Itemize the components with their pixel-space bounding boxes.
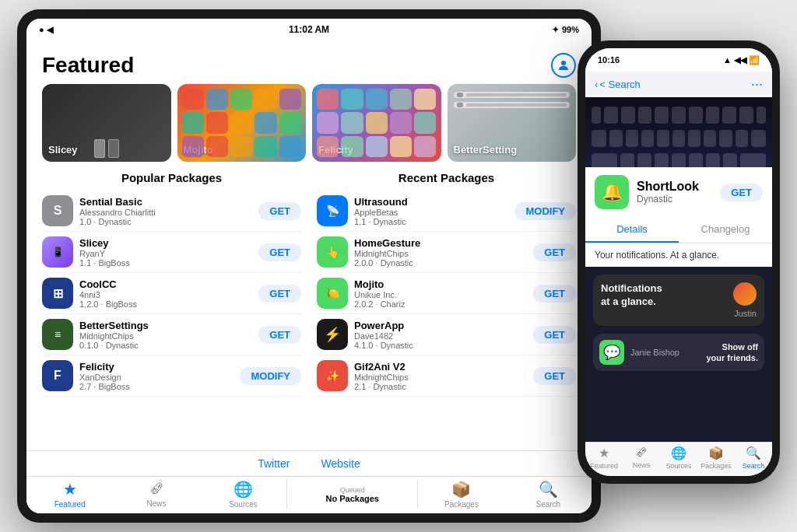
table-row: 👆 HomeGesture MidnightChips 2.0.0 · Dyna…	[317, 232, 576, 273]
notification-preview: Notificationsat a glance. Justin 💬 Janie…	[585, 267, 772, 442]
pkg-name: Slicey	[79, 237, 252, 249]
pkg-author: Alessandro Chiarlitti	[79, 208, 252, 217]
pkg-author: MidnightChips	[354, 373, 527, 382]
package-author: Dynastic	[637, 194, 712, 205]
banner-carousel: Slicey	[26, 84, 592, 171]
pkg-version: 2.1 · Dynastic	[354, 382, 527, 391]
pkg-info: BetterSettings MidnightChips 0.1.0 · Dyn…	[79, 320, 252, 350]
messages-icon: 💬	[599, 340, 624, 365]
featured-header: Featured	[26, 40, 592, 84]
table-row: ≡ BetterSettings MidnightChips 0.1.0 · D…	[42, 314, 301, 355]
ipad-tab-bar: ★ Featured 🗞 News 🌐 Sources Queued No Pa…	[26, 476, 592, 513]
pkg-author: Dave1482	[354, 331, 527, 341]
table-row: ⚡ PowerApp Dave1482 4.1.0 · Dynastic GET	[317, 314, 576, 355]
pkg-name: CoolCC	[79, 278, 252, 290]
ipad-status-bar: ● ◀ 11:02 AM ✦ 99%	[26, 19, 592, 40]
more-button[interactable]: ···	[751, 76, 763, 93]
iphone-device: 10:16 ▲ ◀◀ 📶 ‹ < Search ···	[578, 40, 780, 484]
pkg-info: HomeGesture MidnightChips 2.0.0 · Dynast…	[354, 237, 527, 268]
iphone-tab-search[interactable]: 🔍 Search	[735, 446, 772, 470]
pkg-icon-bettersettings: ≡	[42, 319, 73, 350]
pkg-icon-felicity: F	[42, 360, 73, 391]
tab-search[interactable]: 🔍 Search	[505, 480, 592, 509]
banner-slicey[interactable]: Slicey	[42, 84, 171, 162]
package-detail-info: ShortLook Dynastic	[637, 180, 712, 205]
get-button-powerapp[interactable]: GET	[533, 326, 576, 344]
twitter-link[interactable]: Twitter	[258, 457, 290, 470]
iphone-tab-news-label: News	[633, 461, 651, 469]
battery-text: 99%	[562, 25, 579, 34]
iphone-hero-image	[585, 97, 772, 167]
tab-news[interactable]: 🗞 News	[113, 480, 199, 509]
pkg-name: HomeGesture	[354, 237, 527, 249]
pkg-version: 2.0.0 · Dynastic	[354, 258, 527, 268]
iphone-tab-bar: ★ Featured 🗞 News 🌐 Sources 📦 Packages 🔍	[585, 442, 772, 476]
pkg-info: Mojito Unikue Inc. 2.0.2 · Chariz	[354, 278, 527, 309]
tab-packages-label: Packages	[444, 500, 479, 509]
modify-button-felicity[interactable]: MODIFY	[240, 367, 301, 385]
tab-news-label: News	[147, 499, 167, 508]
iphone-sources-icon: 🌐	[671, 446, 686, 460]
tab-featured[interactable]: ★ Featured	[26, 480, 113, 509]
popular-packages-title: Popular Packages	[42, 171, 301, 184]
tab-search-label: Search	[535, 500, 560, 509]
get-button-homegesture[interactable]: GET	[533, 243, 576, 261]
queued-section: Queued No Packages	[286, 480, 418, 509]
banner-felicity[interactable]: Felicity	[312, 84, 441, 162]
table-row: 🍋 Mojito Unikue Inc. 2.0.2 · Chariz GET	[317, 273, 576, 314]
news-icon: 🗞	[149, 480, 164, 498]
recent-packages-col: Recent Packages 📡 Ultrasound AppleBetas …	[317, 171, 576, 450]
table-row: F Felicity XanDesign 2.7 · BigBoss MODIF…	[42, 355, 301, 397]
get-button-slicey[interactable]: GET	[258, 243, 301, 261]
banner-mojito[interactable]: Mojito	[177, 84, 307, 162]
get-button-mojito[interactable]: GET	[533, 285, 576, 303]
iphone-tab-packages-label: Packages	[700, 462, 732, 470]
account-button[interactable]	[551, 53, 576, 78]
notif-card-2: 💬 Janie Bishop Show offyour friends.	[593, 334, 764, 371]
pkg-icon-coolcc: ⊞	[42, 278, 73, 309]
table-row: ⊞ CoolCC 4nni3 1.2.0 · BigBoss GET	[42, 273, 301, 314]
table-row: 📡 Ultrasound AppleBetas 1.1 · Dynastic M…	[317, 191, 576, 232]
iphone-tab-sources-label: Sources	[665, 462, 691, 470]
ipad-status-left: ● ◀	[39, 25, 53, 35]
notif-card-1: Notificationsat a glance. Justin	[593, 275, 764, 326]
get-button-sential[interactable]: GET	[258, 202, 301, 220]
avatar	[733, 282, 757, 306]
pkg-version: 2.0.2 · Chariz	[354, 299, 527, 309]
tab-sources[interactable]: 🌐 Sources	[200, 480, 286, 509]
iphone-tab-sources[interactable]: 🌐 Sources	[660, 446, 697, 470]
pkg-author: Unikue Inc.	[354, 290, 527, 299]
main-scene: ● ◀ 11:02 AM ✦ 99% Featured	[17, 9, 780, 523]
get-button-gif2ani[interactable]: GET	[533, 367, 576, 385]
pkg-icon-slicey: 📱	[42, 236, 73, 268]
pkg-info: PowerApp Dave1482 4.1.0 · Dynastic	[354, 320, 527, 350]
notif-card-2-text: Show offyour friends.	[706, 341, 758, 364]
get-button-coolcc[interactable]: GET	[258, 285, 301, 303]
bottom-links: Twitter Website	[26, 450, 592, 476]
ipad-device: ● ◀ 11:02 AM ✦ 99% Featured	[17, 9, 601, 523]
pkg-version: 1.1 · Dynastic	[354, 217, 508, 226]
website-link[interactable]: Website	[321, 457, 360, 470]
pkg-version: 1.2.0 · BigBoss	[79, 299, 252, 309]
get-button-shortlook[interactable]: GET	[720, 184, 763, 201]
tab-changelog[interactable]: Changelog	[679, 217, 772, 243]
pkg-version: 4.1.0 · Dynastic	[354, 341, 527, 350]
back-button[interactable]: ‹ < Search	[595, 79, 641, 90]
iphone-status-right: ▲ ◀◀ 📶	[723, 55, 760, 65]
banner-bettersettings[interactable]: BetterSetting	[448, 84, 577, 162]
pkg-info: Slicey RyanY 1.1 · BigBoss	[79, 237, 252, 268]
pkg-version: 1.1 · BigBoss	[79, 258, 252, 268]
get-button-bettersettings[interactable]: GET	[258, 326, 301, 344]
iphone-tab-search-label: Search	[743, 462, 765, 470]
tab-featured-label: Featured	[54, 500, 86, 509]
pkg-icon-mojito: 🍋	[317, 278, 348, 309]
tab-packages[interactable]: 📦 Packages	[418, 480, 504, 509]
ipad-status-right: ✦ 99%	[552, 25, 579, 35]
iphone-packages-icon: 📦	[708, 446, 724, 460]
iphone-tab-news[interactable]: 🗞 News	[623, 446, 660, 470]
queued-value: No Packages	[325, 494, 378, 503]
modify-button-ultrasound[interactable]: MODIFY	[514, 202, 576, 220]
tab-details[interactable]: Details	[585, 217, 679, 243]
iphone-tab-featured[interactable]: ★ Featured	[585, 446, 623, 470]
iphone-tab-packages[interactable]: 📦 Packages	[697, 446, 735, 470]
